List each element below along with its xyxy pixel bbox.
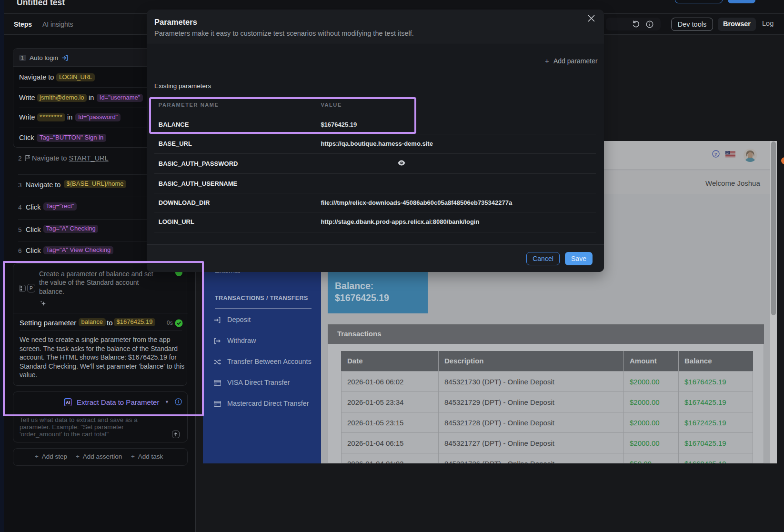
svg-text:?: ? [714, 151, 717, 157]
